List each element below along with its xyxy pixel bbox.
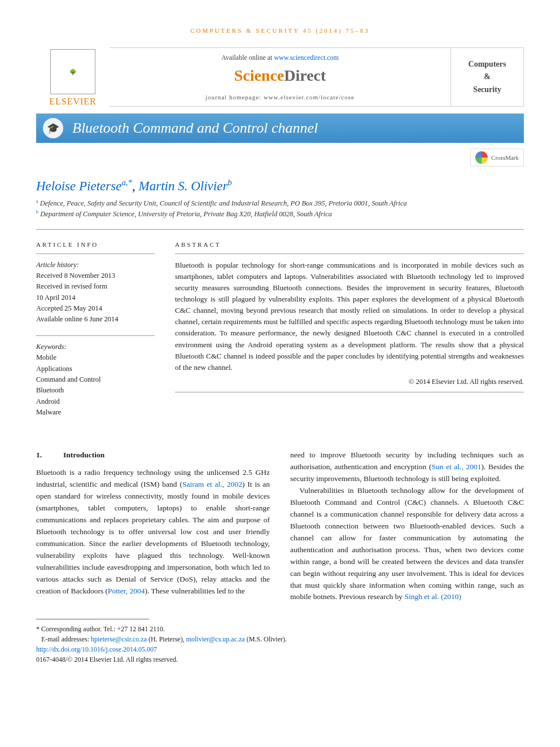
keyword-4: Android [36,396,155,407]
crossmark-label: CrossMark [491,154,519,161]
divider [36,229,524,230]
affiliation-b: Department of Computer Science, Universi… [40,210,332,218]
affiliations: a Defence, Peace, Safety and Security Un… [36,198,524,220]
keyword-0: Mobile [36,352,155,363]
homepage-url[interactable]: www.elsevier.com/locate/cose [264,94,355,101]
authors: Heloise Pietersea,*, Martin S. Olivierb [36,178,524,194]
publisher-logo: 🌳 ELSEVIER [36,47,110,107]
author-1-aff[interactable]: a, [121,178,128,187]
keyword-1: Applications [36,364,155,374]
text-span: ). These vulnerabilities led to the [145,587,245,595]
text-span: ) It is an open standard for wireless co… [36,480,270,595]
author-2[interactable]: Martin S. Olivier [139,179,228,193]
header: 🌳 ELSEVIER Available online at www.scien… [36,47,524,107]
availability-prefix: Available online at [221,54,274,62]
paper-title: Bluetooth Command and Control channel [72,120,318,137]
aff-marker-b: b [36,209,38,215]
paragraph: Vulnerabilities in Bluetooth technology … [290,485,524,603]
affiliation-a: Defence, Peace, Safety and Security Unit… [40,199,407,207]
article-info: ARTICLE INFO Article history: Received 8… [36,240,155,418]
column-right: need to improve Bluetooth security by in… [290,449,524,603]
title-bar: 🎓 Bluetooth Command and Control channel [36,113,524,143]
author-sep: , [132,179,139,193]
elsevier-tree-icon: 🌳 [50,49,95,94]
issn-line: 0167-4048/© 2014 Elsevier Ltd. All right… [36,654,524,665]
cover-line-3: Security [473,84,501,96]
crossmark-icon [475,151,488,164]
keyword-2: Command and Control [36,374,155,385]
keywords-label: Keywords: [36,342,155,352]
column-left: 1.Introduction Bluetooth is a radio freq… [36,449,270,603]
footnotes: * Corresponding author. Tel.: +27 12 841… [36,624,524,665]
corresponding-author: * Corresponding author. Tel.: +27 12 841… [36,624,524,634]
author-2-aff[interactable]: b [228,178,231,187]
homepage-label: journal homepage: [205,94,264,101]
journal-reference: COMPUTERS & SECURITY 45 (2014) 75–83 [36,27,524,34]
history-accepted: Accepted 25 May 2014 [36,303,155,314]
history-label: Article history: [36,260,155,270]
history-received: Received 8 November 2013 [36,270,155,281]
author-1-corr[interactable]: * [128,178,132,187]
email-line: E-mail addresses: hpieterse@csir.co.za (… [36,634,524,644]
availability-line: Available online at www.sciencedirect.co… [121,54,439,62]
journal-cover: Computers & Security [450,47,524,107]
paragraph: need to improve Bluetooth security by in… [290,449,524,485]
aff-marker-a: a [36,199,38,204]
graduation-cap-icon: 🎓 [43,118,63,138]
sd-logo-b: Direct [284,67,326,84]
footnote-rule [36,619,149,619]
section-title: Introduction [63,451,104,459]
cover-line-1: Computers [469,58,506,71]
journal-homepage: journal homepage: www.elsevier.com/locat… [121,94,439,101]
doi-link[interactable]: http://dx.doi.org/10.1016/j.cose.2014.05… [36,645,157,653]
history-revised-2: 10 April 2014 [36,292,155,303]
abstract-copyright: © 2014 Elsevier Ltd. All rights reserved… [175,377,524,387]
body-text: 1.Introduction Bluetooth is a radio freq… [36,449,524,603]
abstract-block: ABSTRACT Bluetooth is popular technology… [175,240,524,418]
text-span: Vulnerabilities in Bluetooth technology … [290,486,524,601]
section-heading: 1.Introduction [36,449,270,461]
keyword-5: Malware [36,407,155,418]
section-number: 1. [36,449,63,461]
citation-link[interactable]: Sairam et al., 2002 [182,480,242,488]
paragraph: Bluetooth is a radio frequency technolog… [36,467,270,597]
sd-logo-a: Science [234,67,285,84]
crossmark-badge[interactable]: CrossMark [470,148,524,167]
sciencedirect-box: Available online at www.sciencedirect.co… [110,47,450,107]
citation-link[interactable]: Singh et al. (2010) [404,592,461,601]
keyword-3: Bluetooth [36,385,155,396]
author-1[interactable]: Heloise Pieterse [36,179,121,193]
sciencedirect-link[interactable]: www.sciencedirect.com [274,54,339,62]
sciencedirect-logo: ScienceDirect [121,67,439,85]
email-2[interactable]: molivier@cs.up.ac.za [186,635,245,643]
history-online: Available online 6 June 2014 [36,314,155,325]
email-1[interactable]: hpieterse@csir.co.za [91,635,147,643]
abstract-heading: ABSTRACT [175,240,524,254]
email-2-tail: (M.S. Olivier). [245,635,287,643]
article-info-heading: ARTICLE INFO [36,240,155,254]
author-2-name: Martin S. Olivier [139,179,228,193]
email-label: E-mail addresses: [41,635,91,643]
citation-link[interactable]: Sun et al., 2001 [431,462,481,471]
cover-line-2: & [484,71,491,83]
publisher-name: ELSEVIER [49,97,97,107]
author-1-name: Heloise Pieterse [36,179,121,193]
history-revised-1: Received in revised form [36,281,155,292]
abstract-text: Bluetooth is popular technology for shor… [175,260,524,373]
email-1-tail: (H. Pieterse), [147,635,186,643]
citation-link[interactable]: Potter, 2004 [108,587,145,595]
